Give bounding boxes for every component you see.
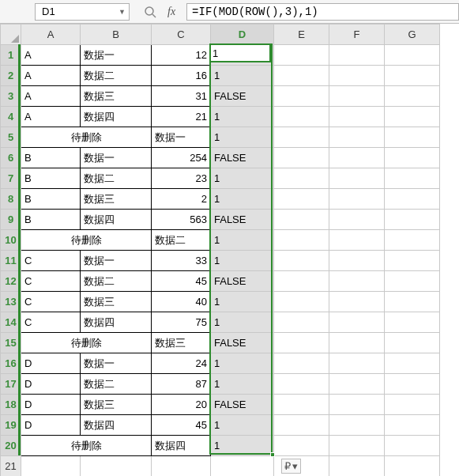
cell[interactable] — [274, 271, 329, 292]
cell[interactable] — [274, 415, 329, 436]
cell[interactable]: 45 — [152, 415, 211, 436]
cell[interactable] — [274, 127, 329, 148]
row-header[interactable]: 9 — [1, 210, 21, 230]
cell[interactable] — [274, 374, 329, 395]
cell[interactable]: 数据四 — [81, 107, 152, 127]
row-header[interactable]: 11 — [1, 251, 21, 271]
cell[interactable] — [329, 168, 385, 189]
cell[interactable]: B — [21, 189, 81, 210]
cell[interactable]: 数据三 — [81, 395, 152, 415]
column-header-G[interactable]: G — [385, 25, 440, 45]
cell[interactable]: 数据二 — [81, 271, 152, 292]
row-header[interactable]: 1 — [1, 45, 21, 66]
cell[interactable]: 数据四 — [152, 436, 211, 456]
row-header[interactable]: 19 — [1, 415, 21, 436]
cell[interactable]: FALSE — [211, 210, 274, 230]
cell[interactable] — [385, 127, 440, 148]
cell[interactable]: FALSE — [211, 395, 274, 415]
cell[interactable]: C — [21, 312, 81, 333]
row-header[interactable]: 13 — [1, 292, 21, 312]
cell[interactable]: 数据二 — [152, 230, 211, 251]
cell[interactable]: 87 — [152, 374, 211, 395]
cell[interactable] — [274, 210, 329, 230]
row-header[interactable]: 8 — [1, 189, 21, 210]
cell[interactable]: 待删除 — [21, 333, 152, 353]
cell[interactable]: 1 — [211, 107, 274, 127]
cell[interactable] — [385, 415, 440, 436]
cell[interactable]: C — [21, 292, 81, 312]
column-header-F[interactable]: F — [329, 25, 385, 45]
cell[interactable]: 12 — [152, 45, 211, 66]
cell[interactable] — [385, 230, 440, 251]
cell[interactable]: 21 — [152, 107, 211, 127]
cell[interactable] — [152, 456, 211, 477]
column-header-D[interactable]: D — [211, 25, 274, 45]
cell[interactable] — [329, 210, 385, 230]
cell[interactable]: 23 — [152, 168, 211, 189]
cell[interactable]: 1 — [211, 312, 274, 333]
cell[interactable]: 数据四 — [81, 210, 152, 230]
cell[interactable]: B — [21, 210, 81, 230]
column-header-A[interactable]: A — [21, 25, 81, 45]
cell[interactable]: 20 — [152, 395, 211, 415]
cell[interactable] — [274, 66, 329, 86]
cell[interactable] — [329, 251, 385, 271]
cell[interactable]: 1 — [211, 436, 274, 456]
cell[interactable] — [274, 292, 329, 312]
cell[interactable] — [329, 312, 385, 333]
spreadsheet-grid[interactable]: ABCDEFG1A数据一122A数据二1613A数据三31FALSE4A数据四2… — [0, 24, 459, 476]
cell[interactable]: 75 — [152, 312, 211, 333]
row-header[interactable]: 4 — [1, 107, 21, 127]
cell[interactable] — [81, 456, 152, 477]
cell[interactable]: 1 — [211, 353, 274, 374]
cell[interactable]: 数据一 — [81, 148, 152, 168]
cell[interactable] — [385, 45, 440, 66]
cell[interactable]: D — [21, 415, 81, 436]
cell[interactable]: FALSE — [211, 86, 274, 107]
cell[interactable] — [274, 353, 329, 374]
row-header[interactable]: 16 — [1, 353, 21, 374]
chevron-down-icon[interactable]: ▼ — [119, 8, 126, 16]
cell[interactable] — [274, 86, 329, 107]
search-icon[interactable] — [144, 6, 156, 18]
cell[interactable] — [211, 456, 274, 477]
cell[interactable]: 24 — [152, 353, 211, 374]
cell[interactable]: A — [21, 107, 81, 127]
cell[interactable] — [329, 86, 385, 107]
cell[interactable] — [274, 230, 329, 251]
row-header[interactable]: 14 — [1, 312, 21, 333]
cell[interactable] — [385, 333, 440, 353]
autofill-options-button[interactable]: ₽ ▾ — [281, 459, 301, 474]
fx-icon[interactable]: fx — [167, 6, 175, 18]
cell[interactable]: 33 — [152, 251, 211, 271]
cell[interactable]: C — [21, 251, 81, 271]
cell[interactable] — [385, 210, 440, 230]
cell[interactable] — [274, 148, 329, 168]
cell[interactable]: 1 — [211, 230, 274, 251]
cell[interactable]: 数据一 — [81, 251, 152, 271]
cell[interactable]: A — [21, 86, 81, 107]
column-header-B[interactable]: B — [81, 25, 152, 45]
row-header[interactable]: 10 — [1, 230, 21, 251]
cell[interactable] — [329, 415, 385, 436]
row-header[interactable]: 12 — [1, 271, 21, 292]
cell[interactable]: 数据四 — [81, 415, 152, 436]
cell[interactable] — [329, 230, 385, 251]
cell[interactable]: 数据二 — [81, 168, 152, 189]
cell[interactable] — [385, 374, 440, 395]
cell[interactable] — [329, 148, 385, 168]
cell[interactable] — [274, 436, 329, 456]
cell[interactable]: B — [21, 168, 81, 189]
cell[interactable]: 45 — [152, 271, 211, 292]
cell[interactable]: 1 — [211, 292, 274, 312]
row-header[interactable]: 6 — [1, 148, 21, 168]
cell[interactable] — [274, 168, 329, 189]
row-header[interactable]: 7 — [1, 168, 21, 189]
cell[interactable]: 1 — [211, 415, 274, 436]
cell[interactable] — [385, 456, 440, 477]
row-header[interactable]: 15 — [1, 333, 21, 353]
column-header-C[interactable]: C — [152, 25, 211, 45]
cell[interactable]: B — [21, 148, 81, 168]
cell[interactable] — [385, 66, 440, 86]
cell[interactable] — [385, 353, 440, 374]
